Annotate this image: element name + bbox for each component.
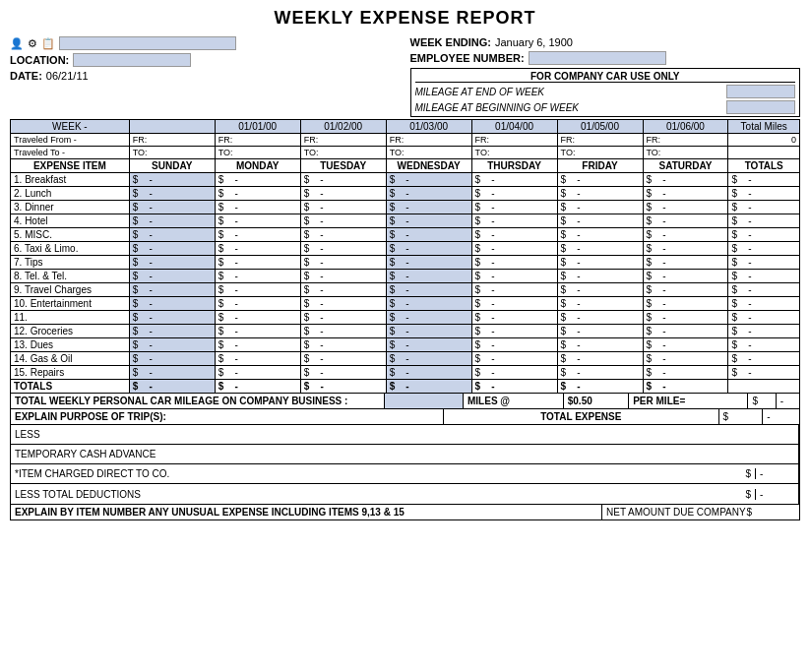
- item-6-fri[interactable]: $ -: [557, 242, 643, 256]
- name-input[interactable]: [59, 36, 236, 50]
- item-3-mon[interactable]: $ -: [215, 201, 300, 214]
- item-13-mon[interactable]: $ -: [215, 338, 300, 352]
- item-5-wed[interactable]: $ -: [386, 228, 471, 242]
- item-14-wed[interactable]: $ -: [386, 352, 471, 366]
- item-15-wed[interactable]: $ -: [386, 366, 471, 380]
- item-15-tue[interactable]: $ -: [300, 366, 386, 380]
- item-8-sun[interactable]: $ -: [129, 270, 215, 283]
- employee-number-input[interactable]: [529, 51, 666, 65]
- item-14-sun[interactable]: $ -: [129, 352, 215, 366]
- item-3-sun[interactable]: $ -: [129, 201, 215, 214]
- item-11-thu[interactable]: $ -: [471, 311, 557, 325]
- location-input[interactable]: [73, 53, 191, 67]
- item-6-sun[interactable]: $ -: [129, 242, 215, 256]
- item-10-sat[interactable]: $ -: [643, 297, 728, 311]
- item-15-fri[interactable]: $ -: [557, 366, 643, 380]
- item-7-tue[interactable]: $ -: [300, 256, 386, 270]
- item-15-sat[interactable]: $ -: [643, 366, 728, 380]
- item-9-thu[interactable]: $ -: [471, 283, 557, 297]
- item-12-sun[interactable]: $ -: [129, 325, 215, 338]
- item-1-wed[interactable]: $ -: [386, 173, 471, 187]
- item-1-thu[interactable]: $ -: [471, 173, 557, 187]
- item-11-tue[interactable]: $ -: [300, 311, 386, 325]
- item-6-tue[interactable]: $ -: [300, 242, 386, 256]
- item-14-sat[interactable]: $ -: [643, 352, 728, 366]
- item-5-tue[interactable]: $ -: [300, 228, 386, 242]
- item-8-fri[interactable]: $ -: [557, 270, 643, 283]
- item-13-tue[interactable]: $ -: [300, 338, 386, 352]
- item-10-wed[interactable]: $ -: [386, 297, 471, 311]
- item-8-mon[interactable]: $ -: [215, 270, 300, 283]
- item-11-mon[interactable]: $ -: [215, 311, 300, 325]
- item-6-wed[interactable]: $ -: [386, 242, 471, 256]
- item-4-mon[interactable]: $ -: [215, 214, 300, 228]
- item-10-tue[interactable]: $ -: [300, 297, 386, 311]
- item-4-fri[interactable]: $ -: [557, 214, 643, 228]
- item-1-tue[interactable]: $ -: [300, 173, 386, 187]
- item-9-mon[interactable]: $ -: [215, 283, 300, 297]
- item-8-sat[interactable]: $ -: [643, 270, 728, 283]
- item-8-thu[interactable]: $ -: [471, 270, 557, 283]
- item-2-thu[interactable]: $ -: [471, 187, 557, 201]
- item-9-tue[interactable]: $ -: [300, 283, 386, 297]
- item-10-mon[interactable]: $ -: [215, 297, 300, 311]
- item-14-mon[interactable]: $ -: [215, 352, 300, 366]
- item-9-sat[interactable]: $ -: [643, 283, 728, 297]
- item-2-tue[interactable]: $ -: [300, 187, 386, 201]
- item-14-fri[interactable]: $ -: [557, 352, 643, 366]
- item-15-sun[interactable]: $ -: [129, 366, 215, 380]
- item-5-mon[interactable]: $ -: [215, 228, 300, 242]
- item-4-sat[interactable]: $ -: [643, 214, 728, 228]
- item-1-mon[interactable]: $ -: [215, 173, 300, 187]
- item-13-thu[interactable]: $ -: [471, 338, 557, 352]
- item-10-thu[interactable]: $ -: [471, 297, 557, 311]
- item-12-fri[interactable]: $ -: [557, 325, 643, 338]
- item-11-wed[interactable]: $ -: [386, 311, 471, 325]
- item-6-thu[interactable]: $ -: [471, 242, 557, 256]
- item-5-thu[interactable]: $ -: [471, 228, 557, 242]
- mileage-begin-input[interactable]: [726, 100, 795, 114]
- item-2-wed[interactable]: $ -: [386, 187, 471, 201]
- item-3-wed[interactable]: $ -: [386, 201, 471, 214]
- item-1-sun[interactable]: $ -: [129, 173, 215, 187]
- item-7-wed[interactable]: $ -: [386, 256, 471, 270]
- item-7-fri[interactable]: $ -: [557, 256, 643, 270]
- item-15-mon[interactable]: $ -: [215, 366, 300, 380]
- item-4-tue[interactable]: $ -: [300, 214, 386, 228]
- item-12-sat[interactable]: $ -: [643, 325, 728, 338]
- item-9-fri[interactable]: $ -: [557, 283, 643, 297]
- item-10-sun[interactable]: $ -: [129, 297, 215, 311]
- item-7-mon[interactable]: $ -: [215, 256, 300, 270]
- item-11-fri[interactable]: $ -: [557, 311, 643, 325]
- item-4-sun[interactable]: $ -: [129, 214, 215, 228]
- item-12-tue[interactable]: $ -: [300, 325, 386, 338]
- item-13-sun[interactable]: $ -: [129, 338, 215, 352]
- item-8-tue[interactable]: $ -: [300, 270, 386, 283]
- item-5-sun[interactable]: $ -: [129, 228, 215, 242]
- item-3-tue[interactable]: $ -: [300, 201, 386, 214]
- item-9-sun[interactable]: $ -: [129, 283, 215, 297]
- item-5-fri[interactable]: $ -: [557, 228, 643, 242]
- item-15-thu[interactable]: $ -: [471, 366, 557, 380]
- item-2-fri[interactable]: $ -: [557, 187, 643, 201]
- item-6-mon[interactable]: $ -: [215, 242, 300, 256]
- item-14-thu[interactable]: $ -: [471, 352, 557, 366]
- item-1-fri[interactable]: $ -: [557, 173, 643, 187]
- item-3-sat[interactable]: $ -: [643, 201, 728, 214]
- mileage-end-input[interactable]: [726, 85, 795, 98]
- item-11-sat[interactable]: $ -: [643, 311, 728, 325]
- item-1-sat[interactable]: $ -: [643, 173, 728, 187]
- item-11-sun[interactable]: $ -: [129, 311, 215, 325]
- item-4-wed[interactable]: $ -: [386, 214, 471, 228]
- item-7-sat[interactable]: $ -: [643, 256, 728, 270]
- item-9-wed[interactable]: $ -: [386, 283, 471, 297]
- item-7-sun[interactable]: $ -: [129, 256, 215, 270]
- item-14-tue[interactable]: $ -: [300, 352, 386, 366]
- item-3-thu[interactable]: $ -: [471, 201, 557, 214]
- item-13-wed[interactable]: $ -: [386, 338, 471, 352]
- item-2-sun[interactable]: $ -: [129, 187, 215, 201]
- item-2-sat[interactable]: $ -: [643, 187, 728, 201]
- item-12-thu[interactable]: $ -: [471, 325, 557, 338]
- item-12-mon[interactable]: $ -: [215, 325, 300, 338]
- item-6-sat[interactable]: $ -: [643, 242, 728, 256]
